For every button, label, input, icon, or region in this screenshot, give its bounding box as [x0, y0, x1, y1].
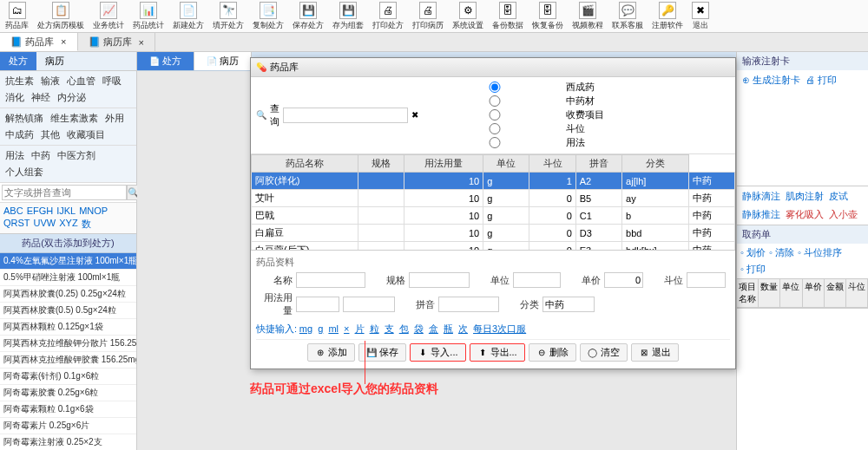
- col-header[interactable]: 分类: [622, 155, 688, 173]
- toolbar-12[interactable]: 🗄备份数据: [490, 1, 525, 32]
- cat2-item[interactable]: 解热镇痛: [2, 110, 47, 127]
- toolbar-9[interactable]: 🖨打印处方: [371, 1, 405, 32]
- col-header[interactable]: 规格: [358, 155, 404, 173]
- table-row[interactable]: 艾叶10g0B5ay中药: [252, 190, 735, 207]
- inject-link[interactable]: 肌肉注射: [786, 190, 824, 203]
- cat1-item[interactable]: 呼吸: [99, 73, 125, 89]
- alpha-item[interactable]: UVW: [32, 217, 58, 232]
- modal-table[interactable]: 药品名称规格用法用量单位斗位拼音分类阿胶(烊化)10g1A2aj[lh]中药艾叶…: [251, 154, 735, 250]
- drug-item[interactable]: 0.4%左氧氟沙星注射液 100ml×1瓶: [0, 253, 136, 270]
- cat1-item[interactable]: 神经: [28, 89, 54, 106]
- radio-1[interactable]: 中药材: [425, 95, 595, 108]
- usage-unit-input[interactable]: [343, 297, 395, 312]
- table-row[interactable]: 阿胶(烊化)10g1A2aj[lh]中药: [252, 173, 735, 190]
- gen-card-link[interactable]: ⊕ 生成注射卡: [742, 74, 800, 87]
- drug-item[interactable]: 0.5%甲硝唑注射液 100ml×1瓶: [0, 270, 136, 286]
- drug-item[interactable]: 阿奇霉素胶囊 0.25g×6粒: [0, 385, 136, 401]
- drug-item[interactable]: 阿莫西林克拉维酸钾胶囊 156.25mg×18片: [0, 352, 136, 368]
- toolbar-15[interactable]: 💬联系客服: [610, 1, 645, 32]
- price-input[interactable]: [604, 272, 643, 288]
- cat2-item[interactable]: 维生素激素: [47, 110, 102, 127]
- cat2-item[interactable]: 其他: [37, 127, 63, 143]
- cat3-item[interactable]: 中医方剂: [54, 147, 99, 164]
- drug-item[interactable]: 阿奇霉素片 0.25g×6片: [0, 418, 136, 434]
- drug-item[interactable]: 阿莫西林克拉维酸钾分散片 156.25mg×18片: [0, 336, 136, 352]
- radio-2[interactable]: 收费项目: [425, 108, 604, 121]
- close-icon[interactable]: ×: [139, 37, 144, 48]
- cat2-item[interactable]: 外用: [102, 110, 128, 127]
- cat1-item[interactable]: 消化: [2, 89, 28, 106]
- drug-item[interactable]: 阿奇霉素注射液 0.25×2支: [0, 434, 136, 450]
- toolbar-7[interactable]: 💾保存处方: [291, 1, 326, 32]
- drug-list[interactable]: 0.4%左氧氟沙星注射液 100ml×1瓶0.5%甲硝唑注射液 100ml×1瓶…: [0, 253, 136, 450]
- toolbar-2[interactable]: 📈业务统计: [91, 1, 126, 32]
- pickup-tool[interactable]: ◦ 打印: [740, 263, 766, 276]
- modal-btn-清空[interactable]: ◯清空: [580, 343, 628, 362]
- douwei-input[interactable]: [687, 272, 726, 288]
- toolbar-14[interactable]: 🎬视频教程: [570, 1, 605, 32]
- table-row[interactable]: 白扁豆10g0D3bbd中药: [252, 225, 735, 242]
- inject-link[interactable]: 入小壶: [829, 208, 858, 221]
- usage-input[interactable]: [296, 297, 339, 312]
- quick-link[interactable]: 支: [385, 323, 394, 334]
- col-header[interactable]: 拼音: [575, 155, 621, 173]
- inject-link[interactable]: 静脉滴注: [742, 190, 780, 203]
- pickup-tool[interactable]: ◦ 斗位排序: [798, 246, 842, 259]
- quick-link[interactable]: 包: [399, 323, 409, 334]
- quick-link[interactable]: 每日3次口服: [473, 323, 526, 334]
- alpha-item[interactable]: EFGH: [25, 205, 56, 217]
- left-search-input[interactable]: [2, 185, 127, 200]
- cat1-item[interactable]: 内分泌: [54, 89, 89, 106]
- radio-0[interactable]: 西成药: [425, 81, 595, 94]
- quick-link[interactable]: 盒: [429, 323, 438, 334]
- inject-link[interactable]: 雾化吸入: [786, 208, 824, 221]
- col-header[interactable]: 斗位: [529, 155, 575, 173]
- quick-link[interactable]: ml: [328, 323, 339, 334]
- tab-0[interactable]: 📘 药品库×: [0, 33, 78, 51]
- drug-item[interactable]: 阿奇霉素颗粒 0.1g×6袋: [0, 401, 136, 418]
- modal-search-input[interactable]: [283, 108, 408, 123]
- alpha-item[interactable]: QRST: [2, 217, 32, 232]
- alpha-item[interactable]: IJKL: [55, 205, 77, 217]
- pinyin-input[interactable]: [438, 297, 499, 312]
- close-icon[interactable]: ×: [61, 36, 66, 47]
- toolbar-8[interactable]: 💾存为组套: [331, 1, 365, 32]
- drug-item[interactable]: 阿奇霉素(针剂) 0.1g×6粒: [0, 368, 136, 385]
- pickup-tool[interactable]: ◦ 清除: [769, 246, 794, 259]
- toolbar-17[interactable]: ✖退出: [690, 1, 711, 32]
- quick-link[interactable]: mg: [299, 323, 312, 334]
- center-tab-0[interactable]: 📄处方: [137, 52, 194, 70]
- modal-btn-导入...[interactable]: ⬇导入...: [410, 343, 465, 362]
- alpha-item[interactable]: ABC: [2, 205, 25, 217]
- cat3-item[interactable]: 用法: [2, 147, 28, 164]
- center-tab-1[interactable]: 📄病历: [194, 52, 252, 70]
- name-input[interactable]: [296, 272, 365, 288]
- toolbar-1[interactable]: 📋处方病历模板: [36, 1, 86, 32]
- quick-link[interactable]: g: [318, 323, 323, 334]
- toolbar-13[interactable]: 🗄恢复备份: [530, 1, 565, 32]
- table-row[interactable]: 巴戟10g0C1b中药: [252, 207, 735, 225]
- cat1-item[interactable]: 抗生素: [2, 73, 37, 89]
- col-header[interactable]: 单位: [483, 155, 529, 173]
- radio-4[interactable]: 用法: [425, 136, 585, 149]
- clear-icon[interactable]: ✖: [411, 110, 418, 121]
- cat2-item[interactable]: 中成药: [2, 127, 37, 143]
- table-row[interactable]: 白豆蔻(后下)10g0E3bdk[hx]中药: [252, 242, 735, 251]
- radio-3[interactable]: 斗位: [425, 122, 585, 135]
- inject-link[interactable]: 皮试: [829, 190, 848, 203]
- modal-btn-删除[interactable]: ⊖删除: [529, 343, 576, 362]
- pickup-tool[interactable]: ◦ 划价: [740, 246, 766, 259]
- drug-item[interactable]: 阿莫西林颗粒 0.125g×1袋: [0, 319, 136, 336]
- cat2-item[interactable]: 收藏项目: [63, 127, 108, 143]
- toolbar-10[interactable]: 🖨打印病历: [411, 1, 445, 32]
- quick-link[interactable]: ×: [344, 323, 349, 334]
- toolbar-0[interactable]: 🗂药品库: [3, 1, 30, 32]
- toolbar-16[interactable]: 🔑注册软件: [650, 1, 685, 32]
- drug-item[interactable]: 阿莫西林胶囊(0.25) 0.25g×24粒: [0, 286, 136, 303]
- quick-link[interactable]: 粒: [370, 323, 379, 334]
- modal-btn-导出...[interactable]: ⬆导出...: [470, 343, 525, 362]
- left-tab-1[interactable]: 病历: [36, 52, 73, 70]
- alpha-item[interactable]: 数: [80, 217, 93, 232]
- cat1-item[interactable]: 心血管: [63, 73, 99, 89]
- modal-btn-退出[interactable]: ⊠退出: [631, 343, 679, 362]
